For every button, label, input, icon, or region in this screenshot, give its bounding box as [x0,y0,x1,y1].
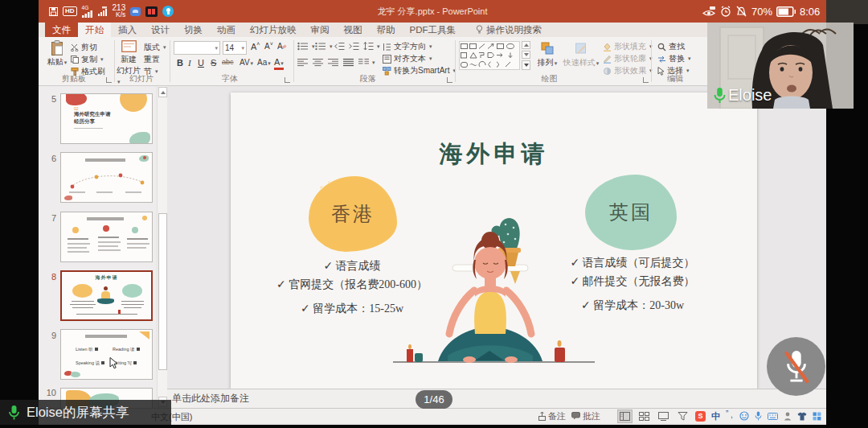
decrease-indent-button[interactable] [334,42,345,51]
slide-thumbnail-5[interactable]: 02 海外研究生申请 经历分享 [60,93,153,144]
save-icon[interactable] [49,7,58,16]
font-name-combo[interactable]: ▾ [174,41,220,55]
increase-indent-button[interactable] [349,42,359,51]
strike-abc-button[interactable]: abc [222,58,234,66]
align-text-button[interactable]: 对齐文本 [383,53,432,64]
shrink-font-button[interactable]: A˅ [264,41,273,51]
tab-home[interactable]: 开始 [78,23,111,37]
clock-time: 8:06 [800,6,820,18]
webcam-participant-name: Eloise [728,86,772,105]
slide-sorter-view-button[interactable] [637,410,651,422]
webcam-tile[interactable]: Eloise [707,23,854,109]
scrollbar-thumb[interactable] [158,213,167,370]
font-color-button[interactable]: A [274,58,284,70]
strikethrough-button[interactable]: S [211,58,216,68]
scroll-up-button[interactable] [158,87,167,97]
ime-toolbox-icon[interactable] [813,412,821,421]
tab-help[interactable]: 帮助 [370,23,403,37]
slide-number-8: 8 [43,272,56,282]
ime-keyboard-icon[interactable] [768,413,778,420]
quick-styles-button[interactable]: 快速样式 [563,42,600,68]
reading-view-button[interactable] [657,410,670,422]
line-spacing-button[interactable] [363,42,380,51]
notes-pane[interactable]: 单击此处添加备注 [167,389,826,408]
hk-blob: 香港 [309,176,397,252]
tab-transitions[interactable]: 切换 [177,23,210,37]
copy-button[interactable]: 复制 [71,54,104,65]
tab-view[interactable]: 视图 [337,23,370,37]
slide-thumbnail-8-current[interactable]: 海外申请 [60,270,153,321]
slide-canvas[interactable]: 海外申请 香港 英国 ✓ 语言成绩 ✓ 官网提交（报名费200-600） ✓ 留… [167,86,826,389]
ime-chinese-mode-icon[interactable]: 中 [711,410,720,422]
tab-file[interactable]: 文件 [45,23,78,37]
justify-button[interactable] [343,58,354,67]
shape-outline-button[interactable]: 形状轮廓 [603,53,653,64]
shapes-more-button[interactable] [522,60,530,70]
normal-view-button[interactable] [618,410,632,422]
screen: 龙宇 分享.pptx - PowerPoint HD 4G 213 K/s 70… [0,0,868,428]
thumbnail-scrollbar[interactable] [157,86,167,408]
grow-font-button[interactable]: A˄ [251,41,260,51]
ime-voice-icon[interactable] [755,411,762,421]
shapes-scroll-down[interactable] [522,51,530,59]
clipboard-dialog-launcher[interactable] [106,77,112,83]
slide-number-7: 7 [43,213,56,223]
mute-bell-icon [735,6,747,17]
slide-thumbnail-panel: 5 02 海外研究生申请 经历分享 6 7 [39,86,157,408]
notes-toggle-button[interactable]: 备注 [538,410,566,422]
paste-button[interactable]: 粘贴 [47,40,68,68]
main-area: 5 02 海外研究生申请 经历分享 6 7 [39,86,826,408]
tab-pdf-tools[interactable]: PDF工具集 [403,23,464,37]
align-center-button[interactable] [313,58,323,67]
underline-button[interactable]: U [198,58,204,68]
columns-button[interactable] [358,58,375,67]
slideshow-view-button[interactable] [676,410,690,422]
slide-number-6: 6 [43,154,56,163]
tab-insert[interactable]: 插入 [111,23,144,37]
ime-account-icon[interactable] [784,412,792,421]
mute-microphone-button[interactable] [767,337,825,396]
font-dialog-launcher[interactable] [285,77,290,83]
text-direction-button[interactable]: 文字方向 [383,41,432,52]
align-right-button[interactable] [328,58,338,67]
replace-button[interactable]: 替换 [657,53,691,64]
arrange-button[interactable]: 排列 [534,42,560,68]
reset-button[interactable]: 重置 [144,54,160,65]
slide-thumbnail-9[interactable]: Listen 听 Reading 读 Speaking 说 Writing 写 [60,329,153,380]
ime-punctuation-icon[interactable] [726,412,734,420]
italic-button[interactable]: I [188,58,191,68]
layout-button[interactable]: 版式 [144,42,166,53]
change-case-button[interactable]: Aa [257,58,271,67]
tab-slideshow[interactable]: 幻灯片放映 [243,23,304,37]
paragraph-dialog-launcher[interactable] [447,77,452,83]
char-spacing-button[interactable]: AV [240,58,253,67]
tab-review[interactable]: 审阅 [304,23,337,37]
cut-button[interactable]: 剪切 [71,42,97,53]
numbering-button[interactable] [315,42,333,51]
comments-toggle-button[interactable]: 批注 [571,410,600,422]
find-button[interactable]: 查找 [657,41,685,52]
editing-group-label: 编辑 [654,73,696,84]
slide-thumbnail-7[interactable] [60,212,153,262]
tab-design[interactable]: 设计 [144,23,177,37]
app-badge-blue-icon [130,7,141,16]
clear-format-button[interactable]: A [277,41,287,51]
bullets-button[interactable] [297,42,315,51]
drawing-dialog-launcher[interactable] [643,77,649,83]
current-slide[interactable]: 海外申请 香港 英国 ✓ 语言成绩 ✓ 官网提交（报名费200-600） ✓ 留… [231,93,757,389]
align-left-button[interactable] [297,58,308,67]
uk-bullets: ✓ 语言成绩（可后提交） ✓ 邮件提交（无报名费） ✓ 留学成本：20-30w [532,253,733,315]
slide-thumbnail-6[interactable] [60,152,153,203]
tell-me-search[interactable]: 操作说明搜索 [476,23,542,37]
ime-skin-icon[interactable] [797,412,807,421]
bold-button[interactable]: B [177,58,183,68]
sogou-ime-icon[interactable]: S [695,411,706,422]
font-size-combo[interactable]: 14▾ [223,41,247,55]
shapes-gallery[interactable] [459,41,520,70]
shape-fill-button[interactable]: 形状填充 [603,41,653,52]
tab-animations[interactable]: 动画 [210,23,243,37]
shapes-scroll-up[interactable] [522,41,530,49]
title-bar: 龙宇 分享.pptx - PowerPoint HD 4G 213 K/s 70… [39,0,826,23]
ime-emoji-icon[interactable] [739,411,749,421]
battery-percent: 70% [751,6,772,18]
